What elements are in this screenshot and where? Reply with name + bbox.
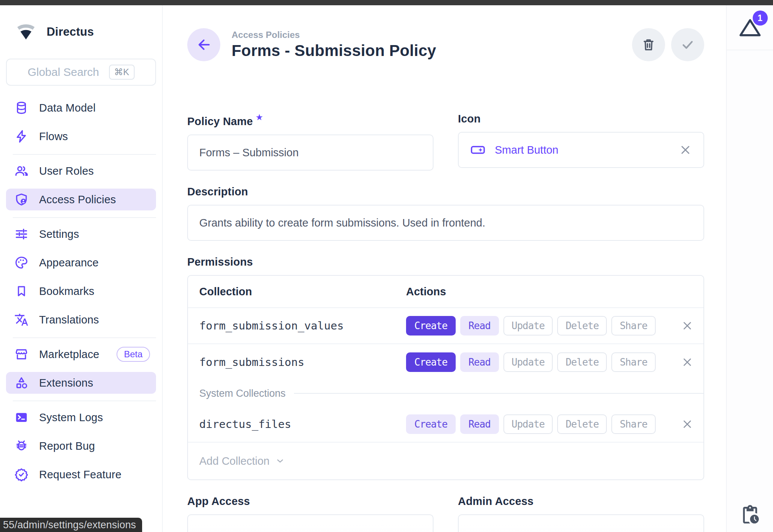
app-access-field: App Access Enabled [187,495,433,532]
sidebar-item-label: User Roles [39,165,94,177]
action-chip-update[interactable]: Update [503,352,553,372]
admin-access-field: Admin Access Enabled [458,495,704,532]
description-value: Grants ability to create form submission… [199,217,485,229]
bug-icon [14,439,29,453]
sidebar-item-label: Flows [39,130,68,143]
sidebar-item-label: System Logs [39,411,103,424]
sidebar-item-system-logs[interactable]: System Logs [6,407,156,428]
sidebar-item-marketplace[interactable]: Marketplace Beta [6,343,156,365]
sidebar-item-appearance[interactable]: Appearance [6,252,156,274]
sidebar-item-label: Report Bug [39,440,95,452]
permissions-field: Permissions Collection Actions form_subm… [187,256,704,480]
page-title: Forms - Submission Policy [232,42,436,60]
action-chip-share[interactable]: Share [611,414,655,434]
pending-activity-button[interactable] [727,504,773,525]
brand[interactable]: Directus [0,5,162,42]
remove-row-icon[interactable] [681,356,694,369]
sidebar-item-label: Access Policies [39,193,116,206]
column-header-actions: Actions [406,286,446,298]
statusbar-url: 55/admin/settings/extensions [0,518,142,532]
back-button[interactable] [187,28,220,61]
action-chip-update[interactable]: Update [503,414,553,434]
save-button[interactable] [671,28,704,61]
people-icon [14,164,29,178]
system-collections-label: System Collections [199,388,286,399]
sidebar-item-label: Bookmarks [39,285,94,298]
sidebar-item-report-bug[interactable]: Report Bug [6,435,156,457]
policy-name-label: Policy Name★ [187,113,433,128]
description-input[interactable]: Grants ability to create form submission… [187,205,704,241]
sidebar-item-user-roles[interactable]: User Roles [6,160,156,182]
clear-icon[interactable] [679,143,692,157]
add-collection-button[interactable]: Add Collection [188,443,703,479]
database-icon [14,101,29,115]
main-content: Access Policies Forms - Submission Polic… [163,5,726,532]
sidebar-item-data-model[interactable]: Data Model [6,97,156,119]
system-collections-divider: System Collections [188,380,703,407]
sidebar-item-label: Extensions [39,377,93,389]
storefront-icon [14,347,29,361]
action-chip-delete[interactable]: Delete [557,316,607,336]
sidebar-item-label: Translations [39,314,99,326]
action-chip-read[interactable]: Read [460,352,499,372]
sidebar-item-access-policies[interactable]: Access Policies [6,189,156,210]
sidebar-item-flows[interactable]: Flows [6,125,156,147]
shapes-icon [14,376,29,390]
action-chip-share[interactable]: Share [611,352,655,372]
collection-name: form_submissions [188,356,406,369]
bolt-icon [14,129,29,144]
sidebar-item-label: Data Model [39,102,95,114]
action-chip-read[interactable]: Read [460,414,499,434]
beta-badge: Beta [117,347,150,362]
action-chip-create[interactable]: Create [406,316,456,336]
sidebar-item-extensions[interactable]: Extensions [6,372,156,394]
policy-name-field: Policy Name★ Forms – Submission [187,113,433,171]
permission-row: form_submissions Create Read Update Dele… [188,344,703,380]
sidebar-nav: Data Model Flows User Roles Access Polic… [0,86,162,485]
global-search-input[interactable]: Global Search ⌘K [6,59,156,86]
palette-icon [14,255,29,270]
nav-divider [13,217,156,218]
action-chip-create[interactable]: Create [406,352,456,372]
permissions-card: Collection Actions form_submission_value… [187,275,704,480]
shield-person-icon [14,192,29,207]
notification-count-badge: 1 [753,11,768,26]
divider-line [294,393,703,394]
permission-row: directus_files Create Read Update Delete… [188,407,703,443]
description-label: Description [187,186,704,198]
icon-field: Icon Smart Button [458,113,704,171]
remove-row-icon[interactable] [681,319,694,332]
sidebar-item-request-feature[interactable]: Request Feature [6,464,156,485]
icon-label: Icon [458,113,704,125]
collection-name: form_submission_values [188,319,406,332]
notifications-button[interactable]: 1 [738,15,762,40]
breadcrumb[interactable]: Access Policies [232,30,436,40]
chevron-down-icon [275,456,285,466]
nav-divider [13,401,156,401]
remove-row-icon[interactable] [681,418,694,431]
permission-row: form_submission_values Create Read Updat… [188,308,703,344]
icon-value: Smart Button [495,144,558,156]
action-chip-delete[interactable]: Delete [557,352,607,372]
action-chip-create[interactable]: Create [406,414,456,434]
smart-button-icon [470,142,486,158]
sidebar: Directus Global Search ⌘K Data Model Flo… [0,5,163,532]
sidebar-item-translations[interactable]: Translations [6,309,156,331]
sidebar-item-bookmarks[interactable]: Bookmarks [6,280,156,302]
permissions-label: Permissions [187,256,704,268]
search-shortcut-badge: ⌘K [109,65,135,80]
action-chip-share[interactable]: Share [611,316,655,336]
collection-name: directus_files [188,418,406,431]
policy-name-input[interactable]: Forms – Submission [187,135,433,171]
tune-icon [14,227,29,241]
delete-button[interactable] [632,28,665,61]
action-chip-read[interactable]: Read [460,316,499,336]
icon-input[interactable]: Smart Button [458,132,704,168]
app-access-label: App Access [187,495,433,508]
action-chip-delete[interactable]: Delete [557,414,607,434]
action-chip-update[interactable]: Update [503,316,553,336]
sidebar-item-settings[interactable]: Settings [6,223,156,245]
trash-icon [641,37,656,53]
page-header: Access Policies Forms - Submission Polic… [187,28,704,61]
search-placeholder: Global Search [27,66,99,79]
